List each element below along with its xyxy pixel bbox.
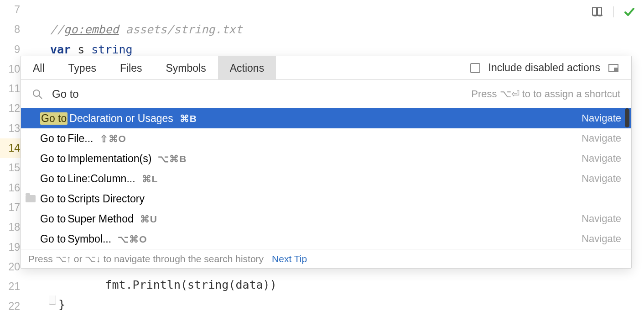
result-item[interactable]: Go to Super Method⌘U Navigate (21, 209, 631, 229)
svg-point-0 (33, 90, 40, 96)
result-item[interactable]: Go to Symbol...⌥⌘O Navigate (21, 229, 631, 249)
tab-actions[interactable]: Actions (218, 56, 276, 80)
results-list: Go to Declaration or Usages⌘B Navigate G… (21, 108, 631, 249)
match-text: Go to (40, 153, 66, 165)
line-number: 14 (0, 138, 23, 158)
gutter: 7 8 9 10 11 12 13 14 15 16 17 18 19 20 2… (0, 0, 23, 317)
code-token: var (50, 43, 71, 56)
action-category: Navigate (582, 112, 621, 124)
result-item[interactable]: Go to Implementation(s)⌥⌘B Navigate (21, 148, 631, 169)
action-label: Scripts Directory (68, 193, 145, 205)
action-category: Navigate (582, 173, 621, 185)
action-label: Symbol... (68, 233, 111, 245)
action-category: Navigate (582, 233, 621, 245)
line-number: 11 (0, 79, 23, 99)
action-icon (26, 132, 37, 144)
tabs-row: All Types Files Symbols Actions Include … (21, 56, 631, 80)
result-item[interactable]: Go to Scripts Directory (21, 189, 631, 209)
line-number: 17 (0, 198, 23, 217)
match-text: Go to (40, 193, 66, 205)
code-token: // (50, 23, 64, 36)
line-number: 10 (0, 59, 23, 79)
line-number: 18 (0, 217, 23, 237)
reader-mode-icon[interactable] (592, 7, 603, 17)
action-icon (26, 112, 37, 124)
shortcut: ⌘L (142, 174, 158, 185)
code-token: s (71, 43, 91, 56)
action-label: Implementation(s) (68, 153, 151, 165)
action-label: Declaration or Usages (69, 112, 173, 125)
code-line: fmt.Println(string(data)) (50, 275, 277, 295)
tab-symbols[interactable]: Symbols (154, 56, 218, 80)
folder-icon (26, 193, 37, 205)
action-label: Line:Column... (68, 173, 135, 185)
code-line: } (58, 295, 65, 314)
line-number: 7 (0, 0, 23, 20)
line-number: 21 (0, 277, 23, 296)
action-category: Navigate (582, 213, 621, 225)
code-line: //go:embed assets/string.txt (50, 20, 644, 39)
scrollbar-track[interactable] (624, 108, 630, 249)
tab-types[interactable]: Types (57, 56, 108, 80)
action-icon (26, 233, 37, 245)
line-number: 22 (0, 296, 23, 316)
popup-footer: Press ⌥↑ or ⌥↓ to navigate through the s… (21, 249, 631, 268)
line-number: 19 (0, 238, 23, 257)
search-icon (32, 89, 43, 100)
result-item[interactable]: Go to Line:Column...⌘L Navigate (21, 169, 631, 189)
shortcut: ⌘B (180, 113, 197, 124)
line-number: 8 (0, 20, 23, 39)
action-icon (26, 213, 37, 225)
divider (613, 6, 614, 17)
pin-icon[interactable] (608, 64, 618, 72)
search-input[interactable] (52, 88, 234, 100)
assign-shortcut-hint: Press ⌥⏎ to to assign a shortcut (471, 88, 620, 100)
action-icon (26, 153, 37, 164)
result-item[interactable]: Go to File...⇧⌘O Navigate (21, 128, 631, 148)
scrollbar-thumb[interactable] (625, 108, 629, 127)
code-token: string (91, 43, 132, 56)
action-category: Navigate (582, 153, 621, 164)
shortcut: ⌘U (140, 214, 157, 225)
include-disabled-checkbox[interactable] (470, 63, 480, 73)
line-number: 16 (0, 178, 23, 198)
line-number: 15 (0, 158, 23, 178)
search-everywhere-popup: All Types Files Symbols Actions Include … (21, 56, 632, 269)
fold-marker-icon[interactable] (49, 296, 56, 305)
shortcut: ⇧⌘O (100, 133, 126, 144)
action-label: File... (68, 132, 93, 145)
line-number: 13 (0, 119, 23, 138)
match-text: Go to (40, 213, 66, 225)
code-token: go:embed (64, 23, 119, 36)
inspection-ok-icon[interactable] (624, 6, 635, 17)
match-text: Go to (40, 112, 68, 125)
line-number: 9 (0, 40, 23, 59)
action-category: Navigate (582, 132, 621, 144)
footer-hint: Press ⌥↑ or ⌥↓ to navigate through the s… (28, 254, 264, 264)
line-number: 12 (0, 99, 23, 118)
result-item[interactable]: Go to Declaration or Usages⌘B Navigate (21, 108, 631, 128)
match-text: Go to (40, 233, 66, 245)
code-token: assets/string.txt (119, 23, 243, 36)
include-disabled-label: Include disabled actions (488, 62, 601, 74)
code-area[interactable]: //go:embed assets/string.txt var s strin… (50, 0, 644, 59)
action-icon (26, 173, 37, 185)
line-number: 20 (0, 257, 23, 277)
match-text: Go to (40, 173, 66, 185)
match-text: Go to (40, 132, 66, 145)
shortcut: ⌥⌘O (118, 234, 147, 245)
search-row: Press ⌥⏎ to to assign a shortcut (21, 80, 631, 108)
tab-all[interactable]: All (21, 56, 57, 80)
editor-top-right (592, 6, 635, 17)
svg-line-1 (39, 95, 42, 99)
shortcut: ⌥⌘B (158, 153, 187, 164)
next-tip-link[interactable]: Next Tip (272, 254, 307, 264)
tab-files[interactable]: Files (108, 56, 154, 80)
action-label: Super Method (68, 213, 133, 225)
